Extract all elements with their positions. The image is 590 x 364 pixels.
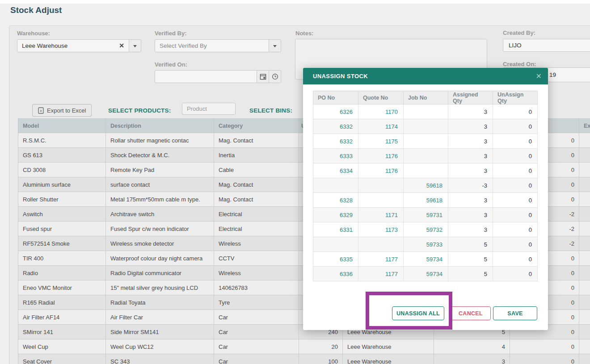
table-row[interactable]: 6333117630 xyxy=(313,149,538,163)
col-exp[interactable]: Exp xyxy=(579,119,590,133)
verified-by-select[interactable]: Select Verified By xyxy=(155,39,281,52)
table-row[interactable]: 59618-30 xyxy=(313,178,538,193)
cell-job[interactable] xyxy=(404,163,448,178)
unassign-all-button[interactable]: UNASSIGN ALL xyxy=(392,306,444,320)
cell-model: Roller Shutter xyxy=(18,192,106,207)
table-row[interactable]: 632911715973130 xyxy=(313,208,538,222)
cell-unassign[interactable]: 0 xyxy=(493,105,538,119)
cell-unassign[interactable]: 0 xyxy=(493,222,538,237)
cell-assigned: 3 xyxy=(448,193,493,208)
cell-description: Metal 175mm*50mm cable m type. xyxy=(106,192,214,207)
cell-c6: 4 xyxy=(434,339,510,354)
cell-category: Car xyxy=(214,354,299,364)
cell-po[interactable]: 6328 xyxy=(313,193,358,208)
cell-po[interactable]: 6334 xyxy=(313,163,358,178)
table-row[interactable]: 5973350 xyxy=(313,237,538,252)
cancel-button[interactable]: CANCEL xyxy=(451,306,491,320)
cell-unassign[interactable]: 0 xyxy=(493,134,538,149)
cell-quote[interactable] xyxy=(358,178,404,193)
cell-quote[interactable]: 1174 xyxy=(358,119,404,134)
table-row[interactable]: 6326117030 xyxy=(313,105,538,119)
cell-unassign[interactable]: 0 xyxy=(493,163,538,178)
cell-po[interactable]: 6329 xyxy=(313,208,358,222)
cell-quote[interactable]: 1170 xyxy=(358,105,404,119)
calendar-button[interactable] xyxy=(257,71,269,83)
cell-po[interactable]: 6332 xyxy=(313,119,358,134)
cell-job[interactable]: 59733 xyxy=(404,237,448,252)
cell-unassign[interactable]: 0 xyxy=(493,178,538,193)
cell-job[interactable]: 59731 xyxy=(404,208,448,222)
cell-job[interactable]: 59618 xyxy=(404,193,448,208)
cell-quote[interactable]: 1175 xyxy=(358,134,404,149)
cell-unassign[interactable]: 0 xyxy=(493,252,538,267)
table-row[interactable]: 63285961830 xyxy=(313,193,538,208)
cell-unassign[interactable]: 0 xyxy=(493,193,538,208)
export-to-excel-button[interactable]: x Export to Excel xyxy=(32,104,92,117)
cell-category: Mag. Contact xyxy=(214,192,299,207)
verified-on-datepicker[interactable] xyxy=(155,70,281,83)
cell-description: Radio Digital communicator xyxy=(106,266,214,280)
cell-job[interactable]: 59618 xyxy=(404,178,448,193)
cell-po[interactable]: 6326 xyxy=(313,105,358,119)
cell-assigned: 3 xyxy=(448,134,493,149)
cell-quote[interactable]: 1177 xyxy=(358,252,404,267)
table-row[interactable]: 6332117430 xyxy=(313,119,538,134)
close-icon[interactable]: ✕ xyxy=(536,68,542,84)
cell-job[interactable]: 59732 xyxy=(404,222,448,237)
table-row[interactable]: Seat CoverSC 343Car100Leee Warehouse30 xyxy=(18,354,590,364)
col-model[interactable]: Model xyxy=(18,119,106,133)
col-assigned-qty[interactable]: Assigned Qty xyxy=(448,91,493,105)
cell-po[interactable]: 6333 xyxy=(313,149,358,163)
table-row[interactable]: Weel CupWeel Cup WC12Car20Leee Warehouse… xyxy=(18,339,590,354)
cell-quote[interactable]: 1173 xyxy=(358,222,404,237)
cell-quote[interactable]: 1177 xyxy=(358,267,404,281)
cell-po[interactable]: 6331 xyxy=(313,222,358,237)
save-button[interactable]: SAVE xyxy=(493,306,537,320)
cell-exp xyxy=(579,339,590,354)
cell-po[interactable] xyxy=(313,237,358,252)
table-row[interactable]: 6334117630 xyxy=(313,163,538,178)
table-row[interactable]: 633611775973450 xyxy=(313,267,538,281)
table-row[interactable]: 633511775973450 xyxy=(313,252,538,267)
time-button[interactable] xyxy=(269,71,281,83)
cell-category: Cable xyxy=(214,163,299,177)
cell-c7: 0 xyxy=(510,354,579,364)
cell-model: SMirror 141 xyxy=(18,325,106,339)
cell-po[interactable]: 6336 xyxy=(313,267,358,281)
cell-unassign[interactable]: 0 xyxy=(493,208,538,222)
warehouse-combobox[interactable]: Leee Warehouse ✕ xyxy=(17,39,141,52)
cell-quote[interactable]: 1171 xyxy=(358,208,404,222)
cell-job[interactable] xyxy=(404,134,448,149)
cell-unassign[interactable]: 0 xyxy=(493,149,538,163)
cell-job[interactable]: 59734 xyxy=(404,252,448,267)
col-job-no[interactable]: Job No xyxy=(404,91,448,105)
cell-po[interactable] xyxy=(313,178,358,193)
cell-quote[interactable] xyxy=(358,193,404,208)
cell-quote[interactable] xyxy=(358,237,404,252)
cell-unassign[interactable]: 0 xyxy=(493,267,538,281)
cell-job[interactable]: 59734 xyxy=(404,267,448,281)
cell-unassign[interactable]: 0 xyxy=(493,237,538,252)
col-unassign-qty[interactable]: UnAssign Qty xyxy=(493,91,538,105)
clear-icon[interactable]: ✕ xyxy=(117,40,126,52)
col-description[interactable]: Description xyxy=(106,119,214,133)
cell-quote[interactable]: 1176 xyxy=(358,163,404,178)
col-po-no[interactable]: PO No xyxy=(313,91,358,105)
cell-description: Architrave switch xyxy=(106,207,214,222)
cell-job[interactable] xyxy=(404,119,448,134)
table-row[interactable]: 633111735973230 xyxy=(313,222,538,237)
cell-category: CCTV xyxy=(214,251,299,266)
verified-by-dropdown-button[interactable] xyxy=(269,40,281,52)
cell-job[interactable] xyxy=(404,149,448,163)
table-row[interactable]: 6332117530 xyxy=(313,134,538,149)
cell-po[interactable]: 6332 xyxy=(313,134,358,149)
cell-job[interactable] xyxy=(404,105,448,119)
cell-unassign[interactable]: 0 xyxy=(493,119,538,134)
cell-quote[interactable]: 1176 xyxy=(358,149,404,163)
cell-exp xyxy=(579,354,590,364)
cell-po[interactable]: 6335 xyxy=(313,252,358,267)
warehouse-dropdown-button[interactable] xyxy=(129,40,141,52)
col-quote-no[interactable]: Quote No xyxy=(358,91,404,105)
product-search-input[interactable] xyxy=(182,103,236,115)
col-category[interactable]: Category xyxy=(214,119,299,133)
